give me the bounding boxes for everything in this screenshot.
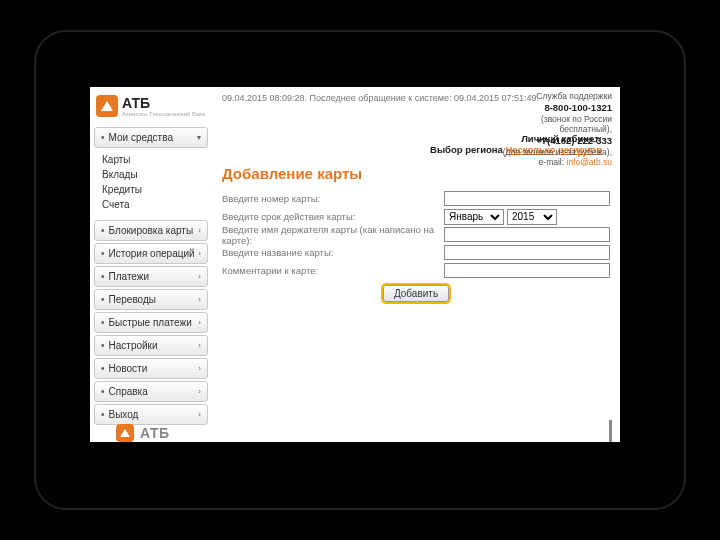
row-card-number: Введите номер карты: bbox=[222, 190, 610, 207]
support-phone1: 8-800-100-1321 bbox=[544, 102, 612, 113]
logo-icon bbox=[96, 95, 118, 117]
support-block: Служба поддержки 8-800-100-1321 (звонок … bbox=[502, 91, 612, 168]
submit-button[interactable]: Добавить bbox=[383, 285, 449, 302]
select-month[interactable]: Январь bbox=[444, 209, 504, 225]
support-email-link[interactable]: info@atb.su bbox=[567, 157, 613, 167]
row-comment: Комментарии к карте: bbox=[222, 262, 610, 279]
chevron-right-icon: › bbox=[198, 272, 201, 281]
input-comment[interactable] bbox=[444, 263, 610, 278]
chevron-right-icon: › bbox=[198, 364, 201, 373]
sidebar-item-credits[interactable]: Кредиты bbox=[102, 182, 208, 197]
chevron-down-icon: ▾ bbox=[197, 133, 201, 142]
brand-subtitle: Азиатско-Тихоокеанский Банк bbox=[122, 111, 205, 117]
footer-logo-icon bbox=[116, 424, 134, 442]
input-card-name[interactable] bbox=[444, 245, 610, 260]
brand-logo: АТБ Азиатско-Тихоокеанский Банк bbox=[94, 91, 208, 125]
support-note1: (звонок по России бесплатный), bbox=[502, 114, 612, 135]
chevron-right-icon: › bbox=[198, 387, 201, 396]
select-year[interactable]: 2015 bbox=[507, 209, 557, 225]
sidebar-item-accounts[interactable]: Счета bbox=[102, 197, 208, 212]
nav-logout[interactable]: Выход› bbox=[94, 404, 208, 425]
row-card-name: Введите название карты: bbox=[222, 244, 610, 261]
support-title: Служба поддержки bbox=[502, 91, 612, 102]
support-phone2: +7(4162) 222-333 bbox=[536, 135, 612, 146]
chevron-right-icon: › bbox=[198, 410, 201, 419]
nav-news[interactable]: Новости› bbox=[94, 358, 208, 379]
input-holder[interactable] bbox=[444, 227, 610, 242]
label-comment: Комментарии к карте: bbox=[222, 265, 444, 276]
sidebar-item-deposits[interactable]: Вклады bbox=[102, 167, 208, 182]
chevron-right-icon: › bbox=[198, 341, 201, 350]
nav-history[interactable]: История операций› bbox=[94, 243, 208, 264]
chevron-right-icon: › bbox=[198, 226, 201, 235]
nav-block-card[interactable]: Блокировка карты› bbox=[94, 220, 208, 241]
region-label2: Выбор региона bbox=[430, 144, 503, 155]
input-card-number[interactable] bbox=[444, 191, 610, 206]
sidebar: АТБ Азиатско-Тихоокеанский Банк Мои сред… bbox=[90, 87, 212, 442]
label-expiry: Введите срок действия карты: bbox=[222, 211, 444, 222]
label-card-number: Введите номер карты: bbox=[222, 193, 444, 204]
nav-sub-items: Карты Вклады Кредиты Счета bbox=[94, 150, 208, 218]
sidebar-item-cards[interactable]: Карты bbox=[102, 152, 208, 167]
nav-my-funds[interactable]: Мои средства ▾ bbox=[94, 127, 208, 148]
footer-brand-name: АТБ bbox=[140, 425, 170, 441]
row-holder: Введите имя держателя карты (как написан… bbox=[222, 226, 610, 243]
chevron-right-icon: › bbox=[198, 295, 201, 304]
row-expiry: Введите срок действия карты: Январь 2015 bbox=[222, 208, 610, 225]
presentation-frame: АТБ Азиатско-Тихоокеанский Банк Мои сред… bbox=[34, 30, 686, 510]
support-note2: (для звонков из-за рубежа), bbox=[502, 147, 612, 158]
nav-settings[interactable]: Настройки› bbox=[94, 335, 208, 356]
app-content: АТБ Азиатско-Тихоокеанский Банк Мои сред… bbox=[90, 87, 620, 442]
main-panel: 09.04.2015 08:09:28. Последнее обращение… bbox=[212, 87, 620, 442]
nav-transfers[interactable]: Переводы› bbox=[94, 289, 208, 310]
chevron-right-icon: › bbox=[198, 249, 201, 258]
footer-brand: АТБ bbox=[116, 424, 170, 442]
label-card-name: Введите название карты: bbox=[222, 247, 444, 258]
nav-quick-pay[interactable]: Быстрые платежи› bbox=[94, 312, 208, 333]
brand-name: АТБ bbox=[122, 95, 205, 111]
nav-help[interactable]: Справка› bbox=[94, 381, 208, 402]
label-holder: Введите имя держателя карты (как написан… bbox=[222, 224, 444, 246]
footer-divider bbox=[609, 420, 612, 442]
app-window: АТБ Азиатско-Тихоокеанский Банк Мои сред… bbox=[90, 87, 620, 442]
nav-payments[interactable]: Платежи› bbox=[94, 266, 208, 287]
chevron-right-icon: › bbox=[198, 318, 201, 327]
